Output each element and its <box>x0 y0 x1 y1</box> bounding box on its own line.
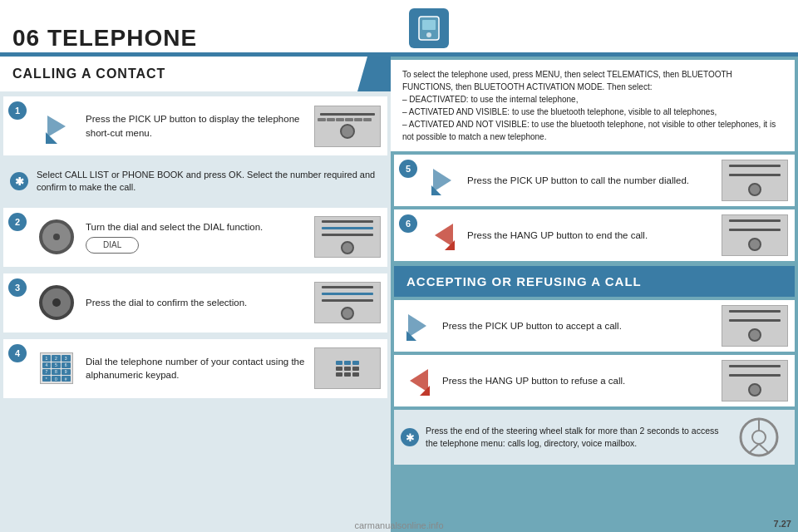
step-number-4: 4 <box>8 344 27 362</box>
step-2-icon <box>33 214 79 260</box>
step-5: 5 Press the PICK UP button to call the n… <box>394 155 795 206</box>
accepting-section-title-bar: ACCEPTING OR REFUSING A CALL <box>394 266 795 297</box>
step-3-icon <box>33 280 79 326</box>
step-1-text: Press the PICK UP button to display the … <box>79 112 314 139</box>
step-number-2: 2 <box>8 213 27 231</box>
left-panel: CALLING A CONTACT 1 Press the PICK UP bu… <box>0 57 391 532</box>
step-2-text: Turn the dial and select the DIAL functi… <box>79 220 314 254</box>
bottom-note: ✱ Press the end of the steering wheel st… <box>394 410 795 465</box>
step-3: 3 Press the dial to confirm the selectio… <box>3 273 387 332</box>
svg-marker-11 <box>410 369 428 392</box>
step-5-screen <box>722 160 788 201</box>
info-line-1: To select the telephone used, press MENU… <box>402 68 783 93</box>
steering-wheel-icon <box>732 416 786 458</box>
svg-point-14 <box>752 431 766 444</box>
calling-section-title-bar: CALLING A CONTACT <box>0 57 391 91</box>
watermark: carmanualsonline.info <box>354 520 443 530</box>
bottom-note-icon: ✱ <box>401 428 419 446</box>
refuse-step-text: Press the HANG UP button to refuse a cal… <box>436 374 722 387</box>
accept-step: Press the PICK UP button to accept a cal… <box>394 300 795 352</box>
keypad-icon: 123 456 789 *0# <box>40 352 73 384</box>
step-6: 6 Press the HANG UP button to end the ca… <box>394 209 795 261</box>
refuse-step-screen <box>722 360 788 401</box>
step-number-1: 1 <box>8 101 27 120</box>
bottom-note-text: Press the end of the steering wheel stal… <box>426 425 726 449</box>
accept-step-screen <box>722 305 788 347</box>
step-1-screen <box>314 106 381 147</box>
step-4-icon: 123 456 789 *0# <box>33 346 79 392</box>
main-content: CALLING A CONTACT 1 Press the PICK UP bu… <box>0 57 798 532</box>
step-number-6: 6 <box>399 214 417 233</box>
step-2: 2 Turn the dial and select the DIAL func… <box>3 208 387 267</box>
info-line-2: – DEACTIVATED: to use the internal telep… <box>402 93 783 106</box>
step-1: 1 Press the PICK UP button to display th… <box>3 96 387 155</box>
calling-section-title: CALLING A CONTACT <box>12 66 165 81</box>
step-6-screen <box>722 214 788 256</box>
svg-marker-3 <box>47 116 66 137</box>
step-3-text: Press the dial to confirm the selection. <box>79 296 314 309</box>
svg-point-2 <box>426 32 431 37</box>
step-5-text: Press the PICK UP button to call the num… <box>461 174 722 187</box>
note-step-calllist: ✱ Select CALL LIST or PHONE BOOK and pre… <box>3 162 387 201</box>
info-line-3: – ACTIVATED AND VISIBLE: to use the blue… <box>402 106 783 118</box>
svg-marker-7 <box>435 224 453 247</box>
page-number: 7.27 <box>774 519 791 529</box>
step-4-text: Dial the telephone number of your contac… <box>79 355 314 382</box>
step-5-icon <box>426 163 461 198</box>
svg-line-16 <box>749 444 759 453</box>
dial-label: DIAL <box>86 237 139 254</box>
right-panel: To select the telephone used, press MENU… <box>391 57 798 532</box>
step-4: 4 123 456 789 *0# Dial the telephone num… <box>3 339 387 398</box>
refuse-step: Press the HANG UP button to refuse a cal… <box>394 355 795 406</box>
svg-marker-5 <box>433 169 451 192</box>
info-line-4: – ACTIVATED AND NOT VISIBLE: to use the … <box>402 118 783 143</box>
step-2-screen <box>314 216 381 258</box>
step-6-icon <box>426 218 461 253</box>
note-icon: ✱ <box>10 172 28 190</box>
header: 06 TELEPHONE <box>0 0 798 57</box>
accepting-section-title: ACCEPTING OR REFUSING A CALL <box>406 274 642 288</box>
step-1-icon <box>33 103 79 149</box>
accept-step-text: Press the PICK UP button to accept a cal… <box>436 319 722 332</box>
step-6-text: Press the HANG UP button to end the call… <box>461 229 722 242</box>
svg-line-17 <box>759 444 769 453</box>
step-number-5: 5 <box>399 160 417 178</box>
phone-icon <box>409 8 449 48</box>
accept-step-icon <box>401 308 436 343</box>
step-number-3: 3 <box>8 278 27 297</box>
svg-rect-1 <box>422 20 436 30</box>
svg-marker-9 <box>408 314 426 337</box>
step-4-screen <box>314 347 381 389</box>
refuse-step-icon <box>401 363 436 398</box>
note-text-calllist: Select CALL LIST or PHONE BOOK and press… <box>37 169 379 195</box>
step-3-screen <box>314 282 381 323</box>
info-box: To select the telephone used, press MENU… <box>391 60 795 151</box>
